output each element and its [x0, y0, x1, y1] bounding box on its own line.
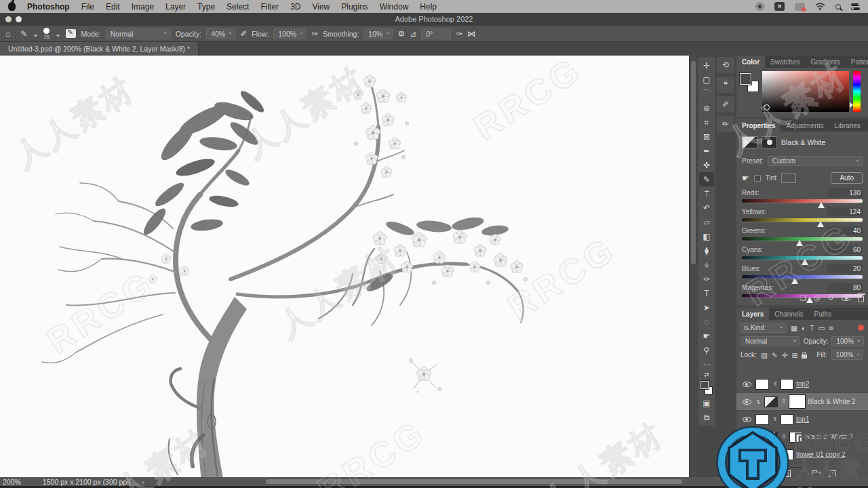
menu-filter[interactable]: Filter	[260, 2, 279, 12]
move-tool[interactable]: ✛	[699, 58, 714, 73]
layer-name[interactable]: flower 01 copy 2	[796, 451, 846, 458]
lock-transparency-icon[interactable]: ▨	[761, 351, 768, 359]
layer-filter-toggle[interactable]	[858, 325, 864, 331]
opacity-select[interactable]: 40%	[206, 28, 235, 39]
targeted-adjustment-icon[interactable]: ☛	[742, 174, 749, 183]
wifi-icon[interactable]	[815, 3, 825, 10]
slider-track[interactable]	[742, 218, 863, 222]
slider-value[interactable]: 20	[827, 264, 863, 273]
menu-help[interactable]: Help	[420, 2, 437, 12]
tint-checkbox[interactable]	[754, 175, 761, 182]
lock-all-icon[interactable]	[802, 354, 807, 359]
adjustment-layer-thumbnail[interactable]	[764, 396, 778, 407]
menu-plugins[interactable]: Plugins	[341, 2, 368, 12]
layer-row-black-white-3[interactable]: ↴ ∞ Black & White 3	[736, 428, 868, 446]
layer-mask-icon[interactable]	[762, 136, 777, 148]
lock-artboard-icon[interactable]: ⊞	[791, 351, 797, 359]
symmetry-icon[interactable]: ⋈	[467, 29, 475, 39]
filter-type-layers-icon[interactable]: T	[810, 324, 814, 332]
menu-image[interactable]: Image	[132, 2, 154, 12]
flow-select[interactable]: 100%	[273, 28, 307, 39]
canvas-horizontal-scrollbar[interactable]	[266, 479, 682, 484]
canvas[interactable]	[0, 56, 689, 477]
slider-track[interactable]	[742, 275, 863, 279]
menu-type[interactable]: Type	[197, 2, 215, 12]
history-panel-icon[interactable]: ⟲	[717, 57, 734, 73]
mask-link-icon[interactable]: ∞	[781, 399, 787, 405]
brushes-panel-icon[interactable]: ✏	[717, 116, 734, 132]
frame-tool[interactable]: ⊠	[699, 129, 714, 144]
vertical-scroll-thumb[interactable]	[691, 61, 696, 264]
hue-slider[interactable]	[853, 71, 861, 112]
home-icon[interactable]: ⌂	[5, 29, 10, 39]
tab-patterns[interactable]: Patterns	[846, 56, 868, 68]
type-tool[interactable]: T	[699, 286, 714, 300]
layer-row-black-white-2[interactable]: ↴ ∞ Black & White 2	[736, 393, 868, 411]
screen-mode-button[interactable]: ⧉	[699, 410, 714, 424]
marquee-tool[interactable]: ▢	[699, 73, 714, 87]
layer-mask-thumbnail[interactable]	[789, 432, 802, 443]
object-selection-tool[interactable]: ⊛	[699, 101, 714, 115]
tab-layers[interactable]: Layers	[736, 308, 769, 320]
document-tab[interactable]: Untitled-3.psd @ 200% (Black & White 2, …	[0, 42, 199, 56]
toggle-brush-settings-icon[interactable]	[66, 29, 76, 38]
comments-panel-icon[interactable]: ❝	[717, 77, 734, 93]
layer-mask-thumbnail[interactable]	[781, 379, 793, 390]
slider-yellows[interactable]: Yellows: 124	[742, 207, 863, 226]
layer-thumbnail[interactable]	[755, 414, 769, 425]
color-picker-field[interactable]	[762, 71, 849, 112]
history-brush-tool[interactable]: ↶	[699, 201, 714, 215]
layer-row-flower-01-copy-2[interactable]: ∞ flower 01 copy 2	[736, 446, 868, 464]
path-selection-tool[interactable]: ➤	[699, 300, 714, 314]
tab-color[interactable]: Color	[736, 56, 765, 68]
layer-name[interactable]: top1	[796, 415, 809, 423]
menu-select[interactable]: Select	[226, 2, 249, 12]
slider-value[interactable]: 40	[827, 226, 863, 235]
slider-blues[interactable]: Blues: 20	[742, 264, 863, 283]
layer-opacity-select[interactable]: 100%	[831, 336, 864, 346]
canvas-vertical-scrollbar[interactable]	[689, 56, 696, 477]
slider-value[interactable]: 124	[827, 207, 863, 216]
slider-cyans[interactable]: Cyans: 60	[742, 245, 863, 264]
eraser-tool[interactable]: ▱	[699, 215, 714, 229]
quick-mask-button[interactable]: ▣	[699, 396, 714, 410]
layer-mask-thumbnail[interactable]	[781, 414, 793, 425]
lock-pixels-icon[interactable]: ✎	[772, 351, 778, 359]
layer-filter-select[interactable]: Kind	[741, 323, 787, 333]
pressure-size-icon[interactable]: ✑	[456, 29, 462, 39]
layer-name[interactable]: top2	[796, 380, 809, 388]
blur-tool[interactable]: ⧫	[699, 243, 714, 258]
menu-file[interactable]: File	[81, 2, 94, 12]
brush-picker-chevron[interactable]: ⌄	[54, 29, 61, 39]
tint-color-swatch[interactable]	[781, 174, 796, 183]
status-chevron-icon[interactable]: ›	[142, 478, 144, 486]
view-previous-state-icon[interactable]: ◎	[814, 293, 821, 302]
add-layer-mask-icon[interactable]	[782, 470, 791, 477]
slider-reds[interactable]: Reds: 130	[742, 188, 863, 207]
layer-mask-thumbnail-selected[interactable]	[789, 395, 805, 408]
layer-name[interactable]: Black & White 2	[808, 398, 856, 405]
tab-adjustments[interactable]: Adjustments	[781, 119, 829, 131]
slider-value[interactable]: 130	[827, 188, 863, 197]
smoothing-select[interactable]: 10%	[363, 28, 393, 39]
filter-adjustment-layers-icon[interactable]: ◐	[802, 324, 806, 332]
menu-window[interactable]: Window	[380, 2, 409, 12]
new-layer-icon[interactable]: +	[829, 470, 836, 477]
slider-track[interactable]	[742, 199, 863, 203]
edit-toolbar-icon[interactable]: ⋯	[699, 357, 714, 371]
layer-row-top2[interactable]: ∞ top2	[736, 375, 868, 393]
menu-layer[interactable]: Layer	[165, 2, 186, 12]
hand-tool[interactable]: ☛	[699, 329, 714, 343]
brush-preset-chevron[interactable]: ⌄	[32, 29, 39, 39]
layer-fill-select[interactable]: 100%	[831, 350, 864, 360]
panel-color-swatches[interactable]	[740, 73, 759, 92]
preset-select[interactable]: Custom	[768, 156, 863, 166]
mask-link-icon[interactable]: ∞	[772, 416, 778, 422]
filter-smart-objects-icon[interactable]: ⧈	[829, 323, 834, 332]
layer-row-top1[interactable]: ∞ top1	[736, 411, 868, 428]
layer-mask-thumbnail[interactable]	[781, 449, 793, 460]
crop-tool[interactable]: ⌗	[699, 115, 714, 129]
spotlight-search-icon[interactable]	[835, 4, 841, 9]
filter-shape-layers-icon[interactable]: ▭	[818, 324, 825, 332]
delete-adjustment-icon[interactable]	[858, 296, 864, 302]
